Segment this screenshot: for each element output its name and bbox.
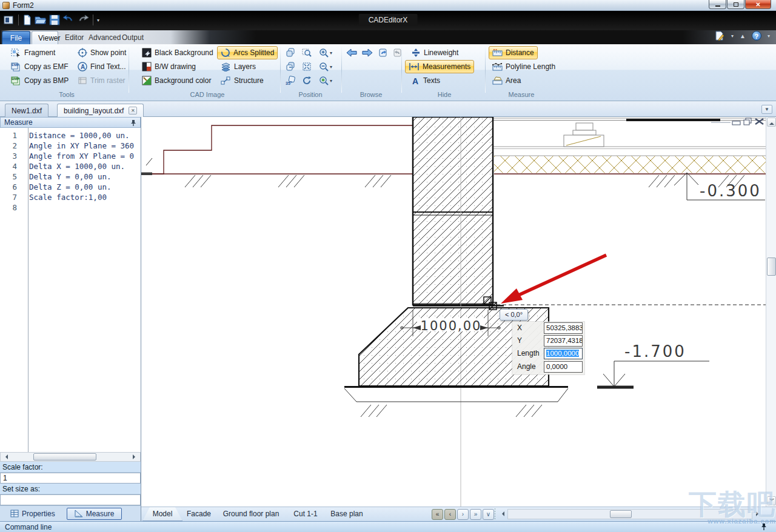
scrollbar-thumb[interactable] xyxy=(33,453,96,461)
browse-redo-view-button[interactable] xyxy=(390,46,405,59)
show-point-button[interactable]: Show point xyxy=(74,46,130,59)
vscrollbar-thumb[interactable] xyxy=(767,258,776,276)
coord-x-field[interactable]: 50325,3883 xyxy=(544,322,583,334)
zoom-window-button[interactable] xyxy=(299,46,314,59)
doc-tabs-list-button[interactable]: ▼ xyxy=(761,105,772,114)
layers-button[interactable]: Layers xyxy=(217,60,259,73)
new-document-button[interactable] xyxy=(22,15,32,25)
coord-length-field[interactable]: 1000,0000 xyxy=(544,348,583,359)
scroll-left-arrow[interactable] xyxy=(498,510,506,517)
minimize-button[interactable] xyxy=(709,0,726,9)
doc-tab-new1[interactable]: New1.dxf xyxy=(5,104,48,117)
redo-button[interactable] xyxy=(77,15,89,25)
group-separator xyxy=(341,47,342,93)
nav-prev-button[interactable]: ‹ xyxy=(444,509,456,520)
black-background-button[interactable]: Black Background xyxy=(138,46,217,59)
group-label-tools: Tools xyxy=(36,91,97,99)
copy-as-bmp-button[interactable]: BMP Copy as BMP xyxy=(7,74,72,87)
dropdown-caret-icon[interactable]: ▾ xyxy=(731,33,734,39)
coord-angle-field[interactable]: 0,0000 xyxy=(544,361,583,373)
browse-back-button[interactable] xyxy=(344,46,359,59)
copy-as-emf-button[interactable]: EMF Copy as EMF xyxy=(7,60,72,73)
set-size-input[interactable] xyxy=(0,494,141,505)
browse-forward-button[interactable] xyxy=(360,46,375,59)
bw-drawing-button[interactable]: B/W drawing xyxy=(138,60,199,73)
measure-panel-hscrollbar[interactable] xyxy=(0,452,141,462)
maximize-button[interactable] xyxy=(727,0,744,9)
open-file-button[interactable] xyxy=(35,15,47,25)
browse-undo-view-button[interactable] xyxy=(376,46,390,59)
cad-drawing[interactable]: 1000,00 -0.300 xyxy=(141,117,766,507)
doc-tab-building-layout[interactable]: building_layout.dxf ✕ xyxy=(57,104,144,117)
nav-last-button[interactable]: » xyxy=(470,509,481,520)
hscroll-track[interactable] xyxy=(507,509,752,519)
layout-tab-facade[interactable]: Facade xyxy=(185,507,213,521)
hide-measurements-button[interactable]: Measurements xyxy=(405,60,474,73)
layout-tab-base-plan[interactable]: Base plan xyxy=(329,507,364,521)
status-pin-icon[interactable] xyxy=(760,523,768,531)
trim-raster-button[interactable]: Trim raster xyxy=(74,74,129,87)
scroll-left-arrow[interactable] xyxy=(1,453,10,461)
fit-to-window-button[interactable] xyxy=(299,60,314,73)
measure-results-list[interactable]: 1Distance = 1000,00 un. 2Angle in XY Pla… xyxy=(0,128,141,452)
tab-measure[interactable]: Measure xyxy=(67,508,122,520)
trim-raster-icon xyxy=(78,76,87,85)
copy-bmp-icon: BMP xyxy=(11,76,21,85)
fragment-button[interactable]: Fragment xyxy=(7,46,59,59)
layout-tab-ground-floor-plan[interactable]: Ground floor plan xyxy=(222,507,279,521)
zoom-out-button[interactable]: ▾ xyxy=(315,60,336,73)
background-color-button[interactable]: Background color xyxy=(138,74,215,87)
paste-view-button[interactable] xyxy=(284,60,298,73)
nav-list-button[interactable]: ∨ xyxy=(483,509,494,520)
toolbar-options-icon[interactable]: ▾ xyxy=(97,18,99,23)
hide-texts-button[interactable]: A Texts xyxy=(407,74,444,87)
undo-button[interactable] xyxy=(62,15,75,25)
hide-lineweight-button[interactable]: Lineweight xyxy=(407,46,462,59)
zoom-extents-icon xyxy=(319,76,329,85)
layout-tab-cut-1-1[interactable]: Cut 1-1 xyxy=(293,507,318,521)
zoom-extents-button[interactable]: ▾ xyxy=(315,74,336,87)
distance-icon xyxy=(492,49,503,57)
pin-icon[interactable] xyxy=(130,119,137,127)
canvas-hscrollbar[interactable] xyxy=(498,508,763,520)
zoom-window-icon xyxy=(302,48,312,58)
structure-button[interactable]: Structure xyxy=(217,74,267,87)
measure-distance-button[interactable]: Distance xyxy=(489,46,538,59)
close-button[interactable]: ✕ xyxy=(745,0,771,9)
tab-file[interactable]: File xyxy=(2,31,30,44)
zoom-in-button[interactable]: ▾ xyxy=(315,46,336,59)
scroll-up-arrow[interactable] xyxy=(767,118,776,127)
rotate-view-button[interactable]: 35° xyxy=(284,74,298,87)
find-text-button[interactable]: A Find Text... xyxy=(74,60,129,73)
tab-viewer[interactable]: Viewer xyxy=(32,31,58,44)
collapse-ribbon-icon[interactable]: ▲ xyxy=(740,33,746,39)
nav-first-button[interactable]: « xyxy=(432,509,443,520)
coord-y-field[interactable]: 72037,4318 xyxy=(544,335,583,347)
zoom-out-caret-icon: ▾ xyxy=(330,64,332,70)
hscrollbar-thumb[interactable] xyxy=(610,510,632,518)
nav-next-button[interactable]: › xyxy=(457,509,469,520)
save-button[interactable] xyxy=(49,15,60,25)
cad-viewport: 1000,00 -0.300 xyxy=(141,117,766,507)
style-edit-icon[interactable] xyxy=(714,31,725,41)
scroll-down-arrow[interactable] xyxy=(767,496,776,505)
footing-hatch-ticks xyxy=(361,405,542,417)
doc-tab-close-icon[interactable]: ✕ xyxy=(129,107,137,115)
copy-view-button[interactable] xyxy=(284,46,298,59)
measure-area-button[interactable]: Area xyxy=(489,74,524,87)
arcs-splitted-button[interactable]: Arcs Splitted xyxy=(217,46,278,59)
group-separator xyxy=(280,47,281,93)
help-button[interactable]: ? xyxy=(752,31,761,41)
layout-tab-model[interactable]: Model xyxy=(142,507,182,521)
tab-output[interactable]: Output xyxy=(116,31,150,44)
scroll-right-arrow[interactable] xyxy=(754,510,763,517)
scroll-right-arrow[interactable] xyxy=(131,453,139,461)
canvas-vscrollbar[interactable] xyxy=(766,117,776,507)
svg-text:BMP: BMP xyxy=(12,77,19,81)
tab-properties[interactable]: Properties xyxy=(2,508,63,520)
scale-factor-input[interactable] xyxy=(0,473,141,484)
app-image-icon[interactable] xyxy=(4,15,15,25)
help-caret-icon[interactable]: ▾ xyxy=(768,33,770,39)
refresh-view-button[interactable] xyxy=(299,74,314,87)
measure-polyline-length-button[interactable]: Polyline Length xyxy=(489,60,559,73)
